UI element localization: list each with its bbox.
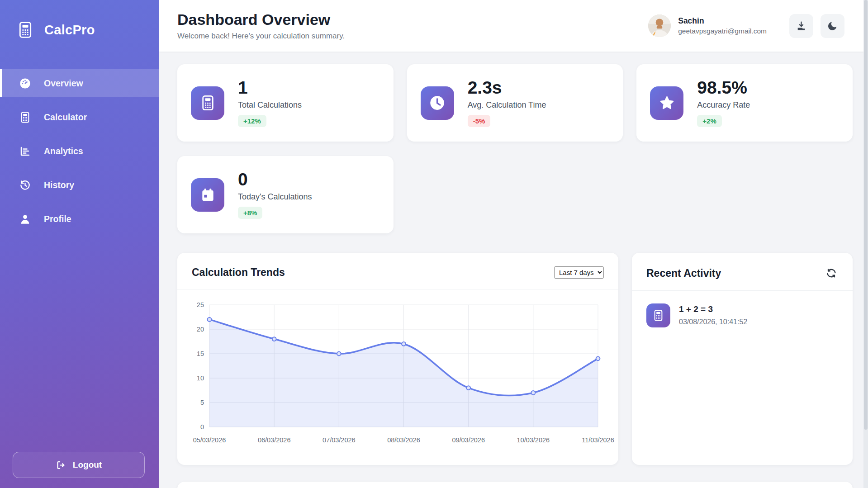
- sidebar-nav: Overview Calculator: [0, 69, 159, 233]
- trends-chart-body: 051015202505/03/202606/03/202607/03/2026…: [177, 289, 618, 449]
- user-info: Sachin geetavpsgayatri@gmail.com: [678, 16, 767, 35]
- activity-expression: 1 + 2 = 3: [679, 304, 747, 314]
- sidebar-item-label: Calculator: [44, 112, 87, 123]
- stat-label: Avg. Calculation Time: [468, 100, 546, 110]
- stat-card-total-calculations: 1 Total Calculations +12%: [177, 64, 394, 142]
- svg-text:15: 15: [197, 350, 204, 357]
- svg-text:20: 20: [197, 326, 204, 333]
- partially-visible-card: [177, 482, 853, 488]
- user-email: geetavpsgayatri@gmail.com: [678, 27, 767, 35]
- sidebar-item-profile[interactable]: Profile: [0, 205, 159, 233]
- svg-text:5: 5: [200, 399, 204, 406]
- stats-grid: 1 Total Calculations +12% 2.: [177, 64, 853, 233]
- svg-text:07/03/2026: 07/03/2026: [323, 436, 356, 444]
- svg-text:09/03/2026: 09/03/2026: [452, 436, 485, 444]
- charts-row: Calculation Trends Last 7 days 051015202…: [177, 253, 853, 465]
- user-icon: [19, 213, 31, 225]
- svg-text:05/03/2026: 05/03/2026: [193, 436, 226, 444]
- gauge-icon: [19, 77, 31, 90]
- header-actions: Sachin geetavpsgayatri@gmail.com: [648, 14, 844, 38]
- download-icon: [796, 20, 807, 32]
- history-icon: [19, 179, 31, 191]
- dark-mode-toggle[interactable]: [821, 14, 844, 38]
- svg-text:25: 25: [197, 301, 204, 308]
- calculator-icon: [19, 111, 31, 123]
- stat-content: 2.3s Avg. Calculation Time -5%: [468, 79, 546, 127]
- trends-header: Calculation Trends Last 7 days: [177, 253, 618, 289]
- page-header: Dashboard Overview Welcome back! Here's …: [159, 0, 868, 52]
- page-subtitle: Welcome back! Here's your calculation su…: [177, 32, 345, 41]
- bar-chart-icon: [19, 145, 31, 157]
- stat-trend-badge: +2%: [697, 115, 721, 127]
- calculator-logo-icon: [16, 19, 34, 41]
- sidebar-item-label: Overview: [44, 78, 83, 89]
- sidebar-item-label: History: [44, 180, 74, 190]
- activity-list-item: 1 + 2 = 3 03/08/2026, 10:41:52: [632, 291, 853, 340]
- stat-card-accuracy: 98.5% Accuracy Rate +2%: [636, 64, 853, 142]
- stat-content: 98.5% Accuracy Rate +2%: [697, 79, 750, 127]
- sidebar-item-label: Analytics: [44, 146, 83, 156]
- recent-activity-card: Recent Activity: [632, 253, 853, 465]
- svg-text:08/03/2026: 08/03/2026: [387, 436, 420, 444]
- user-menu[interactable]: Sachin geetavpsgayatri@gmail.com: [648, 14, 767, 37]
- sidebar-item-label: Profile: [44, 214, 71, 224]
- activity-header: Recent Activity: [632, 253, 853, 291]
- trends-line-chart: 051015202505/03/202606/03/202607/03/2026…: [188, 297, 605, 449]
- refresh-button[interactable]: [825, 266, 838, 280]
- svg-text:0: 0: [200, 423, 204, 431]
- clock-icon: [421, 86, 454, 120]
- app-logo: CalcPro: [0, 0, 159, 59]
- stat-trend-badge: -5%: [468, 115, 491, 127]
- star-icon: [650, 86, 683, 120]
- stat-value: 0: [238, 171, 312, 188]
- stat-content: 0 Today's Calculations +8%: [238, 171, 312, 219]
- logout-button[interactable]: Logout: [13, 452, 145, 478]
- calculator-icon: [191, 86, 224, 120]
- logout-label: Logout: [73, 460, 102, 470]
- activity-title: Recent Activity: [646, 267, 721, 280]
- stat-card-avg-time: 2.3s Avg. Calculation Time -5%: [407, 64, 623, 142]
- sidebar-item-analytics[interactable]: Analytics: [0, 137, 159, 165]
- avatar: [648, 14, 671, 37]
- stat-value: 1: [238, 79, 302, 96]
- trends-title: Calculation Trends: [192, 266, 285, 279]
- stat-trend-badge: +8%: [238, 207, 262, 219]
- svg-text:06/03/2026: 06/03/2026: [258, 436, 291, 444]
- download-button[interactable]: [789, 14, 813, 38]
- svg-text:10/03/2026: 10/03/2026: [517, 436, 550, 444]
- activity-timestamp: 03/08/2026, 10:41:52: [679, 318, 747, 326]
- sidebar-item-overview[interactable]: Overview: [0, 69, 159, 97]
- stat-content: 1 Total Calculations +12%: [238, 79, 302, 127]
- app-name: CalcPro: [44, 23, 95, 38]
- user-name: Sachin: [678, 16, 767, 26]
- header-titles: Dashboard Overview Welcome back! Here's …: [177, 11, 345, 41]
- calculation-trends-card: Calculation Trends Last 7 days 051015202…: [177, 253, 618, 465]
- scrollbar-track[interactable]: [863, 0, 868, 488]
- moon-icon: [827, 20, 838, 32]
- stat-value: 98.5%: [697, 79, 750, 96]
- calculator-icon: [646, 303, 670, 327]
- activity-content: 1 + 2 = 3 03/08/2026, 10:41:52: [679, 303, 747, 326]
- logout-icon: [56, 460, 66, 470]
- svg-text:10: 10: [197, 374, 204, 382]
- page-title: Dashboard Overview: [177, 11, 345, 28]
- svg-text:11/03/2026: 11/03/2026: [582, 436, 614, 444]
- refresh-icon: [826, 268, 837, 279]
- scrollbar-thumb[interactable]: [864, 0, 868, 430]
- calendar-icon: [191, 178, 224, 212]
- stat-card-today: 0 Today's Calculations +8%: [177, 156, 394, 233]
- sidebar: CalcPro Overview: [0, 0, 159, 488]
- sidebar-item-history[interactable]: History: [0, 171, 159, 199]
- stat-value: 2.3s: [468, 79, 546, 96]
- main-content: 1 Total Calculations +12% 2.: [159, 52, 863, 488]
- trend-range-select[interactable]: Last 7 days: [554, 266, 604, 279]
- stat-label: Today's Calculations: [238, 192, 312, 202]
- stat-label: Accuracy Rate: [697, 100, 750, 110]
- stat-label: Total Calculations: [238, 100, 302, 110]
- sidebar-item-calculator[interactable]: Calculator: [0, 103, 159, 131]
- stat-trend-badge: +12%: [238, 115, 266, 127]
- app-root: CalcPro Overview: [0, 0, 868, 488]
